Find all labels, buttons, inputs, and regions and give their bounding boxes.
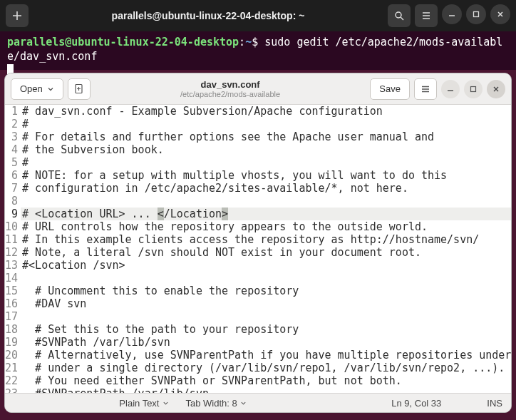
code-line[interactable]: # (21, 118, 511, 130)
code-line[interactable]: # Uncomment this to enable the repositor… (21, 285, 511, 297)
line-number: 7 (5, 182, 18, 195)
minimize-button[interactable] (442, 4, 462, 24)
search-icon (394, 11, 404, 21)
gedit-maximize-button[interactable] (464, 80, 483, 98)
code-line[interactable]: # the Subversion book. (21, 143, 511, 156)
code-line[interactable]: # In this example clients access the rep… (21, 233, 511, 246)
statusbar: Plain Text Tab Width: 8 Ln 9, Col 33 INS (5, 393, 511, 413)
terminal-output[interactable]: parallels@ubuntu-linux-22-04-desktop:~$ … (0, 31, 516, 70)
gedit-menu-button[interactable] (414, 78, 437, 100)
new-document-button[interactable] (68, 78, 91, 100)
code-line[interactable]: # dav_svn.conf - Example Subversion/Apac… (21, 105, 511, 118)
code-line[interactable]: #DAV svn (21, 297, 511, 310)
code-line[interactable]: # configuration in /etc/apache2/sites-av… (21, 182, 511, 195)
save-button-label: Save (379, 83, 401, 94)
line-number: 16 (5, 297, 18, 310)
chevron-down-icon (47, 86, 54, 93)
code-line[interactable] (21, 195, 511, 208)
code-line[interactable]: # Alternatively, use SVNParentPath if yo… (21, 349, 511, 362)
line-number: 18 (5, 323, 18, 336)
line-number: 9 (5, 208, 18, 220)
line-number: 4 (5, 143, 18, 156)
code-line[interactable]: # URL controls how the repository appear… (21, 220, 511, 233)
close-icon (497, 11, 504, 18)
save-button[interactable]: Save (370, 78, 410, 100)
insert-mode[interactable]: INS (487, 398, 502, 409)
terminal-title: parallels@ubuntu-linux-22-04-desktop: ~ (33, 10, 383, 21)
line-number: 19 (5, 336, 18, 349)
prompt-separator: : (239, 36, 245, 48)
code-line[interactable]: # NOTE: for a setup with multiple vhosts… (21, 169, 511, 182)
open-button-label: Open (20, 83, 43, 94)
line-number: 12 (5, 246, 18, 259)
line-number: 23 (5, 387, 18, 393)
hamburger-icon (420, 84, 430, 94)
line-number: 11 (5, 233, 18, 246)
gedit-window: Open dav_svn.conf /etc/apache2/mods-avai… (4, 73, 512, 413)
hamburger-icon (421, 11, 431, 21)
line-number: 15 (5, 285, 18, 297)
new-tab-button[interactable] (6, 4, 29, 27)
code-line[interactable]: #SVNParentPath /var/lib/svn (21, 387, 511, 393)
chevron-down-icon (240, 400, 247, 406)
line-number: 5 (5, 156, 18, 169)
prompt-path: ~ (245, 36, 252, 48)
gedit-minimize-button[interactable] (441, 80, 460, 98)
line-number: 17 (5, 310, 18, 323)
syntax-selector[interactable]: Plain Text (119, 398, 168, 409)
code-line[interactable] (21, 272, 511, 285)
code-line[interactable] (21, 310, 511, 323)
line-number: 21 (5, 362, 18, 374)
prompt-user: parallels@ubuntu-linux-22-04-desktop (7, 36, 239, 48)
document-path: /etc/apache2/mods-available (96, 90, 365, 98)
search-button[interactable] (388, 4, 411, 27)
code-line[interactable]: # Note, a literal /svn should NOT exist … (21, 246, 511, 259)
svg-point-0 (396, 12, 401, 18)
code-line[interactable]: #<Location /svn> (21, 259, 511, 272)
syntax-label: Plain Text (119, 398, 159, 409)
cursor-position: Ln 9, Col 33 (391, 398, 441, 409)
maximize-icon (470, 86, 477, 93)
line-number: 8 (5, 195, 18, 208)
code-line[interactable]: # You need either SVNPath or SVNParentPa… (21, 374, 511, 387)
line-number: 13 (5, 259, 18, 272)
code-content[interactable]: # dav_svn.conf - Example Subversion/Apac… (21, 105, 511, 393)
maximize-button[interactable] (466, 4, 486, 24)
line-number: 1 (5, 105, 18, 118)
document-title: dav_svn.conf (96, 79, 365, 90)
new-doc-icon (73, 83, 84, 94)
code-line[interactable]: # Set this to the path to your repositor… (21, 323, 511, 336)
line-number: 20 (5, 349, 18, 362)
line-number: 2 (5, 118, 18, 130)
line-number: 14 (5, 272, 18, 285)
code-line[interactable]: #SVNPath /var/lib/svn (21, 336, 511, 349)
svg-rect-1 (474, 12, 479, 17)
gedit-header: Open dav_svn.conf /etc/apache2/mods-avai… (5, 73, 511, 105)
plus-icon (12, 11, 22, 21)
line-number-gutter: 1234567891011121314151617181920212223 (5, 105, 21, 393)
line-number: 10 (5, 220, 18, 233)
minimize-icon (447, 86, 454, 93)
terminal-menu-button[interactable] (415, 4, 438, 27)
terminal-titlebar: parallels@ubuntu-linux-22-04-desktop: ~ (0, 0, 516, 31)
line-number: 6 (5, 169, 18, 182)
editor-area[interactable]: 1234567891011121314151617181920212223 # … (5, 105, 511, 393)
prompt-dollar: $ (252, 36, 258, 48)
close-icon (492, 86, 500, 93)
tab-width-selector[interactable]: Tab Width: 8 (186, 398, 247, 409)
code-line[interactable]: # For details and further options see th… (21, 130, 511, 143)
code-line[interactable]: # under a single directory (/var/lib/svn… (21, 362, 511, 374)
gedit-close-button[interactable] (487, 80, 505, 98)
tab-width-label: Tab Width: 8 (186, 398, 237, 409)
minimize-icon (448, 11, 455, 18)
svg-rect-3 (471, 86, 476, 91)
open-button[interactable]: Open (11, 78, 63, 100)
code-line[interactable]: # <Location URL> ... </Location> (21, 208, 511, 220)
chevron-down-icon (162, 400, 169, 406)
code-line[interactable]: # (21, 156, 511, 169)
close-button[interactable] (490, 4, 510, 24)
maximize-icon (473, 11, 480, 18)
line-number: 22 (5, 374, 18, 387)
line-number: 3 (5, 130, 18, 143)
